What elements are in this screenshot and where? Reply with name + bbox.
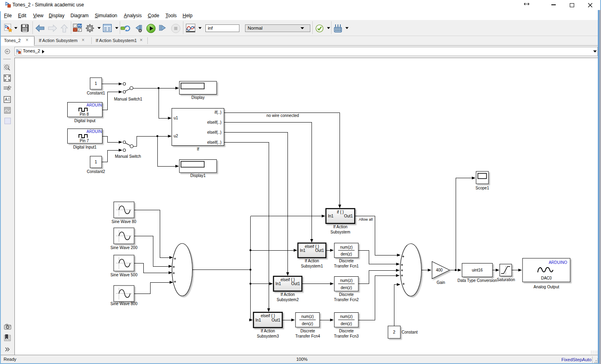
svg-text:Transfer Fcn2: Transfer Fcn2: [334, 298, 359, 302]
svg-text:Subsystem: Subsystem: [330, 230, 350, 234]
svg-text:DAC0: DAC0: [541, 276, 552, 280]
svg-text:Transfer Fcn3: Transfer Fcn3: [334, 334, 359, 338]
svg-text:1: 1: [95, 81, 97, 86]
svg-text:400: 400: [436, 268, 443, 272]
svg-text:uint16: uint16: [472, 268, 483, 272]
svg-text:In1: In1: [328, 214, 334, 218]
svg-text:If Action: If Action: [261, 329, 275, 333]
svg-text:den(z): den(z): [302, 322, 313, 326]
svg-text:Data Type Conversion: Data Type Conversion: [458, 278, 497, 283]
svg-text:Pin 7: Pin 7: [80, 139, 89, 143]
svg-text:Out1: Out1: [291, 282, 300, 286]
svg-text:Constant1: Constant1: [87, 91, 105, 95]
svg-text:den(z): den(z): [341, 252, 352, 256]
svg-text:Subsystem1: Subsystem1: [301, 264, 323, 268]
svg-text:In1: In1: [275, 282, 281, 286]
svg-text:elseif(..): elseif(..): [207, 140, 221, 145]
svg-text:In1: In1: [255, 318, 261, 322]
svg-text:den(z): den(z): [341, 322, 352, 326]
svg-text:no wire connected: no wire connected: [266, 113, 299, 118]
svg-text:Manual Switch: Manual Switch: [115, 154, 141, 159]
svg-text:Constant: Constant: [402, 330, 418, 334]
svg-text:Allow all: Allow all: [359, 217, 373, 221]
svg-text:If Action: If Action: [333, 225, 348, 229]
svg-text:1: 1: [95, 159, 97, 164]
svg-text:num(z): num(z): [340, 278, 352, 283]
svg-text:elseif(..): elseif(..): [207, 120, 221, 125]
svg-text:Sine Wave 80: Sine Wave 80: [112, 219, 137, 224]
svg-text:Display: Display: [191, 95, 205, 100]
svg-text:if { }: if { }: [337, 210, 344, 214]
svg-text:if(..): if(..): [215, 110, 221, 115]
svg-text:Constant2: Constant2: [87, 169, 105, 174]
svg-text:Saturation: Saturation: [497, 278, 515, 282]
svg-text:Gain: Gain: [436, 280, 445, 285]
svg-text:Out1: Out1: [344, 214, 353, 218]
svg-text:Pin 8: Pin 8: [80, 112, 89, 117]
svg-text:Digital Input: Digital Input: [74, 119, 96, 123]
svg-text:Transfer Fcn4: Transfer Fcn4: [295, 334, 320, 338]
svg-text:Out1: Out1: [315, 248, 324, 253]
svg-text:elseif(..): elseif(..): [207, 130, 221, 135]
svg-text:If: If: [197, 147, 199, 151]
svg-text:Discrete: Discrete: [339, 259, 354, 263]
svg-text:2: 2: [393, 330, 396, 334]
svg-text:Out1: Out1: [271, 318, 280, 322]
svg-text:u2: u2: [174, 134, 179, 138]
svg-text:Scope1: Scope1: [476, 186, 489, 190]
svg-text:elseif { }: elseif { }: [281, 278, 295, 282]
svg-text:Subsystem3: Subsystem3: [257, 334, 279, 338]
svg-text:ARDUINO: ARDUINO: [549, 260, 567, 265]
svg-text:Subsystem2: Subsystem2: [277, 298, 299, 302]
svg-text:den(z): den(z): [341, 286, 352, 290]
svg-text:Sine Wave 200: Sine Wave 200: [111, 245, 138, 250]
svg-text:Discrete: Discrete: [339, 292, 354, 297]
svg-text:A: A: [5, 97, 8, 102]
svg-text:num(z): num(z): [301, 314, 314, 319]
svg-text:If Action: If Action: [281, 292, 295, 297]
svg-text:Discrete: Discrete: [339, 329, 354, 333]
svg-text:Sine Wave 800: Sine Wave 800: [111, 302, 138, 306]
svg-text:num(z): num(z): [340, 245, 352, 249]
svg-text:Manual Switch1: Manual Switch1: [114, 97, 143, 101]
svg-text:Analog Output: Analog Output: [534, 285, 559, 289]
svg-text:Transfer Fcn1: Transfer Fcn1: [334, 264, 359, 268]
svg-text:num(z): num(z): [340, 314, 352, 319]
svg-text:Discrete: Discrete: [300, 329, 315, 333]
svg-text:In1: In1: [300, 248, 306, 253]
svg-text:Sine Wave 500: Sine Wave 500: [111, 273, 138, 277]
svg-text:If Action: If Action: [305, 259, 319, 263]
svg-text:elseif { }: elseif { }: [261, 314, 275, 318]
svg-text:Digital Input1: Digital Input1: [73, 145, 97, 149]
svg-text:u1: u1: [174, 116, 179, 120]
svg-text:Display1: Display1: [190, 173, 206, 178]
